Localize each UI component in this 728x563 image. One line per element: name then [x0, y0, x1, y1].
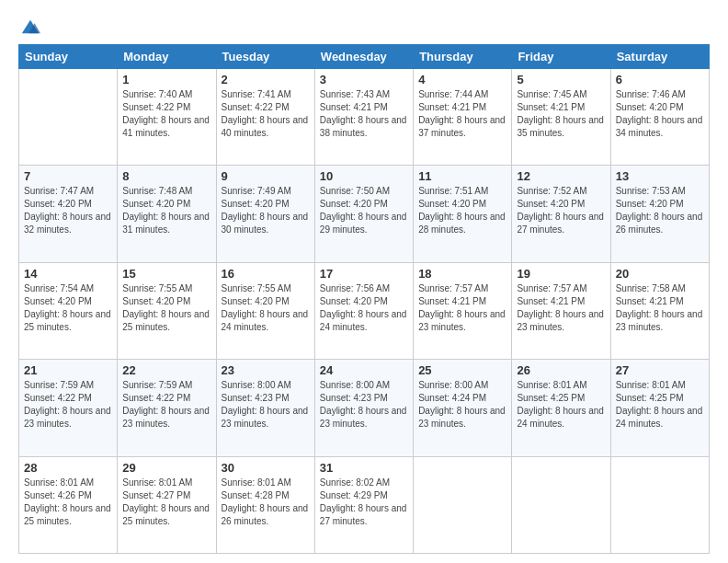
calendar-cell: 27Sunrise: 8:01 AMSunset: 4:25 PMDayligh…	[610, 360, 709, 456]
calendar-week-row: 1Sunrise: 7:40 AMSunset: 4:22 PMDaylight…	[19, 69, 710, 166]
calendar-cell: 17Sunrise: 7:56 AMSunset: 4:20 PMDayligh…	[314, 262, 413, 359]
calendar-cell: 16Sunrise: 7:55 AMSunset: 4:20 PMDayligh…	[216, 262, 314, 359]
day-number: 13	[616, 169, 704, 183]
cell-text: Sunrise: 8:02 AMSunset: 4:29 PMDaylight:…	[320, 477, 408, 528]
calendar-header-saturday: Saturday	[610, 45, 709, 69]
cell-text: Sunrise: 8:01 AMSunset: 4:25 PMDaylight:…	[517, 379, 605, 431]
cell-text: Sunrise: 8:01 AMSunset: 4:25 PMDaylight:…	[616, 379, 704, 431]
cell-text: Sunrise: 7:54 AMSunset: 4:20 PMDaylight:…	[24, 282, 112, 334]
calendar-cell: 30Sunrise: 8:01 AMSunset: 4:28 PMDayligh…	[216, 456, 314, 553]
day-number: 5	[517, 73, 605, 86]
calendar-cell: 10Sunrise: 7:50 AMSunset: 4:20 PMDayligh…	[314, 166, 413, 262]
cell-text: Sunrise: 7:44 AMSunset: 4:21 PMDaylight:…	[418, 88, 506, 140]
cell-text: Sunrise: 8:00 AMSunset: 4:24 PMDaylight:…	[418, 379, 506, 431]
calendar-header-wednesday: Wednesday	[314, 45, 413, 69]
calendar-cell: 29Sunrise: 8:01 AMSunset: 4:27 PMDayligh…	[118, 456, 216, 553]
header	[18, 17, 710, 37]
day-number: 9	[222, 169, 310, 183]
day-number: 29	[122, 461, 210, 475]
calendar-cell: 28Sunrise: 8:01 AMSunset: 4:26 PMDayligh…	[19, 456, 118, 553]
day-number: 26	[517, 363, 605, 377]
day-number: 24	[320, 363, 408, 377]
cell-text: Sunrise: 7:41 AMSunset: 4:22 PMDaylight:…	[222, 88, 310, 140]
calendar-cell: 23Sunrise: 8:00 AMSunset: 4:23 PMDayligh…	[216, 360, 314, 456]
cell-text: Sunrise: 7:52 AMSunset: 4:20 PMDaylight:…	[517, 185, 605, 236]
cell-text: Sunrise: 7:48 AMSunset: 4:20 PMDaylight:…	[122, 185, 210, 236]
day-number: 21	[24, 363, 112, 377]
day-number: 20	[616, 267, 704, 281]
calendar-cell: 3Sunrise: 7:43 AMSunset: 4:21 PMDaylight…	[314, 69, 413, 166]
calendar-cell	[414, 456, 512, 553]
cell-text: Sunrise: 7:47 AMSunset: 4:20 PMDaylight:…	[24, 185, 112, 236]
calendar-cell: 11Sunrise: 7:51 AMSunset: 4:20 PMDayligh…	[414, 166, 512, 262]
day-number: 15	[122, 267, 210, 281]
day-number: 27	[616, 363, 704, 377]
day-number: 17	[320, 267, 408, 281]
calendar-cell: 4Sunrise: 7:44 AMSunset: 4:21 PMDaylight…	[414, 69, 512, 166]
day-number: 18	[418, 267, 506, 281]
day-number: 1	[122, 73, 210, 86]
calendar-cell: 7Sunrise: 7:47 AMSunset: 4:20 PMDaylight…	[19, 166, 118, 262]
cell-text: Sunrise: 8:01 AMSunset: 4:28 PMDaylight:…	[222, 477, 310, 528]
day-number: 16	[222, 267, 310, 281]
cell-text: Sunrise: 8:01 AMSunset: 4:27 PMDaylight:…	[122, 477, 210, 528]
cell-text: Sunrise: 7:59 AMSunset: 4:22 PMDaylight:…	[24, 379, 112, 431]
cell-text: Sunrise: 7:56 AMSunset: 4:20 PMDaylight:…	[320, 282, 408, 334]
day-number: 7	[24, 169, 112, 183]
calendar-cell: 18Sunrise: 7:57 AMSunset: 4:21 PMDayligh…	[414, 262, 512, 359]
calendar-cell: 2Sunrise: 7:41 AMSunset: 4:22 PMDaylight…	[216, 69, 314, 166]
cell-text: Sunrise: 7:59 AMSunset: 4:22 PMDaylight:…	[122, 379, 210, 431]
day-number: 31	[320, 461, 408, 475]
calendar-cell: 31Sunrise: 8:02 AMSunset: 4:29 PMDayligh…	[314, 456, 413, 553]
calendar-cell: 20Sunrise: 7:58 AMSunset: 4:21 PMDayligh…	[610, 262, 709, 359]
calendar-header-friday: Friday	[512, 45, 610, 69]
calendar-header-sunday: Sunday	[19, 45, 118, 69]
calendar-cell: 5Sunrise: 7:45 AMSunset: 4:21 PMDaylight…	[512, 69, 610, 166]
day-number: 28	[24, 461, 112, 475]
day-number: 23	[222, 363, 310, 377]
cell-text: Sunrise: 8:00 AMSunset: 4:23 PMDaylight:…	[320, 379, 408, 431]
day-number: 19	[517, 267, 605, 281]
cell-text: Sunrise: 7:45 AMSunset: 4:21 PMDaylight:…	[517, 88, 605, 140]
cell-text: Sunrise: 7:55 AMSunset: 4:20 PMDaylight:…	[122, 282, 210, 334]
calendar-cell: 15Sunrise: 7:55 AMSunset: 4:20 PMDayligh…	[118, 262, 216, 359]
day-number: 2	[222, 73, 310, 86]
calendar-cell: 19Sunrise: 7:57 AMSunset: 4:21 PMDayligh…	[512, 262, 610, 359]
calendar-header-tuesday: Tuesday	[216, 45, 314, 69]
cell-text: Sunrise: 7:43 AMSunset: 4:21 PMDaylight:…	[320, 88, 408, 140]
cell-text: Sunrise: 7:40 AMSunset: 4:22 PMDaylight:…	[122, 88, 210, 140]
calendar-cell	[610, 456, 709, 553]
day-number: 30	[222, 461, 310, 475]
cell-text: Sunrise: 7:58 AMSunset: 4:21 PMDaylight:…	[616, 282, 704, 334]
calendar-cell	[19, 69, 118, 166]
calendar: SundayMondayTuesdayWednesdayThursdayFrid…	[18, 44, 710, 554]
day-number: 25	[418, 363, 506, 377]
day-number: 3	[320, 73, 408, 86]
page: SundayMondayTuesdayWednesdayThursdayFrid…	[0, 0, 728, 563]
cell-text: Sunrise: 7:57 AMSunset: 4:21 PMDaylight:…	[418, 282, 506, 334]
cell-text: Sunrise: 7:49 AMSunset: 4:20 PMDaylight:…	[222, 185, 310, 236]
logo-icon	[20, 17, 40, 37]
cell-text: Sunrise: 7:50 AMSunset: 4:20 PMDaylight:…	[320, 185, 408, 236]
calendar-cell: 21Sunrise: 7:59 AMSunset: 4:22 PMDayligh…	[19, 360, 118, 456]
day-number: 22	[122, 363, 210, 377]
calendar-cell: 13Sunrise: 7:53 AMSunset: 4:20 PMDayligh…	[610, 166, 709, 262]
calendar-cell: 26Sunrise: 8:01 AMSunset: 4:25 PMDayligh…	[512, 360, 610, 456]
day-number: 8	[122, 169, 210, 183]
cell-text: Sunrise: 7:51 AMSunset: 4:20 PMDaylight:…	[418, 185, 506, 236]
calendar-header-row: SundayMondayTuesdayWednesdayThursdayFrid…	[19, 45, 710, 69]
calendar-week-row: 21Sunrise: 7:59 AMSunset: 4:22 PMDayligh…	[19, 360, 710, 456]
cell-text: Sunrise: 7:53 AMSunset: 4:20 PMDaylight:…	[616, 185, 704, 236]
logo	[18, 17, 40, 37]
calendar-header-thursday: Thursday	[414, 45, 512, 69]
calendar-cell: 22Sunrise: 7:59 AMSunset: 4:22 PMDayligh…	[118, 360, 216, 456]
calendar-cell	[512, 456, 610, 553]
calendar-cell: 6Sunrise: 7:46 AMSunset: 4:20 PMDaylight…	[610, 69, 709, 166]
cell-text: Sunrise: 7:57 AMSunset: 4:21 PMDaylight:…	[517, 282, 605, 334]
calendar-cell: 24Sunrise: 8:00 AMSunset: 4:23 PMDayligh…	[314, 360, 413, 456]
day-number: 11	[418, 169, 506, 183]
calendar-cell: 9Sunrise: 7:49 AMSunset: 4:20 PMDaylight…	[216, 166, 314, 262]
cell-text: Sunrise: 7:46 AMSunset: 4:20 PMDaylight:…	[616, 88, 704, 140]
calendar-week-row: 7Sunrise: 7:47 AMSunset: 4:20 PMDaylight…	[19, 166, 710, 262]
day-number: 12	[517, 169, 605, 183]
